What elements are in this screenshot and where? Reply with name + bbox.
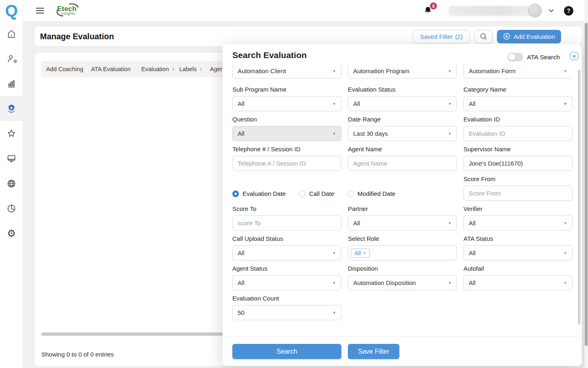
field-score-from: Score From [463, 175, 572, 201]
field-telephone-session-id: Telephone # / Session ID [232, 146, 341, 171]
search-icon [479, 32, 488, 40]
select-role-multiselect[interactable]: All × [348, 245, 457, 260]
field-category-name: Category Name All ▼ [463, 86, 572, 111]
date-range-select[interactable]: Last 30 days ▼ [348, 126, 457, 141]
radio-evaluation-date[interactable]: Evaluation Date [232, 190, 286, 197]
field-call-upload-status: Call Upload Status All ▼ [232, 235, 341, 260]
ata-status-select[interactable]: All ▼ [463, 245, 572, 260]
sidebar: Q ⚙ [0, 0, 23, 368]
home-icon [7, 29, 16, 39]
q-logo-icon: Q [5, 2, 18, 19]
sidebar-item-evaluations[interactable] [0, 96, 23, 121]
search-button[interactable] [474, 30, 492, 43]
evaluation-id-input[interactable] [463, 126, 572, 141]
user-menu-button[interactable] [548, 7, 555, 14]
add-evaluation-button[interactable]: Add Evaluation [497, 30, 561, 43]
verifier-select[interactable]: All ▼ [463, 215, 572, 231]
sidebar-item-analytics[interactable] [0, 196, 23, 221]
add-evaluation-label: Add Evaluation [514, 33, 555, 40]
score-to-input[interactable] [232, 215, 341, 231]
chevron-down-icon: ▼ [448, 221, 452, 225]
chevron-down-icon: ▼ [564, 221, 567, 225]
modal-scrollbar[interactable] [578, 70, 581, 325]
page-scrollbar-thumb[interactable] [585, 23, 588, 346]
partner-select[interactable]: All ▼ [348, 215, 457, 231]
avatar[interactable] [528, 4, 542, 18]
chevron-down-icon: ▼ [564, 69, 567, 73]
automation-client-select[interactable]: Automation Client ▼ [232, 65, 341, 79]
sidebar-item-favorites[interactable] [0, 121, 23, 146]
notifications-button[interactable]: 0 [423, 5, 434, 16]
search-evaluation-modal: Search Evaluation ATA Search × Automatio… [223, 44, 582, 366]
user-name-redacted[interactable] [449, 6, 537, 16]
modal-footer: Search Save Filter [223, 337, 582, 366]
chevron-down-icon: ▼ [332, 311, 336, 315]
sidebar-item-desktop[interactable] [0, 146, 23, 171]
agent-status-select[interactable]: All ▼ [232, 275, 341, 290]
sort-icon[interactable]: ▲▼ [200, 67, 203, 71]
notification-count-badge: 0 [430, 2, 437, 9]
toggle-knob [508, 54, 515, 61]
chevron-down-icon [548, 7, 555, 14]
save-filter-button[interactable]: Save Filter [348, 344, 399, 359]
radio-modified-date[interactable]: Modified Date [347, 190, 396, 197]
chevron-down-icon: ▼ [564, 251, 567, 255]
score-from-input[interactable] [463, 186, 572, 201]
sub-program-select[interactable]: All ▼ [232, 96, 341, 111]
sidebar-item-global[interactable] [0, 171, 23, 196]
column-evaluation[interactable]: Evaluation ▲▼ [136, 66, 174, 72]
radio-call-date[interactable]: Call Date [299, 190, 334, 197]
saved-filter-button[interactable]: Saved Filter (2) [413, 30, 470, 43]
page-scrollbar [584, 0, 588, 368]
field-question: Question All ▼ [232, 116, 341, 141]
field-evaluation-id: Evaluation ID [463, 116, 572, 141]
field-score-to: Score To [232, 205, 341, 231]
ata-search-control: ATA Search [508, 53, 560, 61]
disposition-select[interactable]: Automation Disposition ▼ [348, 275, 457, 290]
sidebar-item-users[interactable]: ⚙ [0, 46, 23, 71]
etech-insights-logo: Etech Insights [55, 2, 81, 19]
ata-search-label: ATA Search [527, 54, 560, 61]
call-upload-status-select[interactable]: All ▼ [232, 245, 341, 260]
supervisor-name-input[interactable] [463, 156, 572, 171]
modal-search-button[interactable]: Search [232, 344, 341, 359]
close-button[interactable]: × [570, 52, 578, 60]
automation-program-select[interactable]: Automation Program ▼ [348, 65, 457, 79]
evaluation-count-select[interactable]: 50 ▼ [232, 305, 341, 320]
autofail-select[interactable]: All ▼ [463, 275, 572, 290]
saved-filter-count: (2) [455, 33, 463, 40]
globe-icon [7, 179, 16, 188]
telephone-session-id-input[interactable] [232, 156, 341, 171]
page-title: Manage Evaluation [40, 32, 114, 41]
app-root: Q ⚙ [0, 0, 588, 368]
sidebar-item-home[interactable] [0, 21, 23, 46]
sidebar-item-reports[interactable] [0, 71, 23, 96]
field-autofail: Autofail All ▼ [463, 265, 572, 290]
field-verifier: Verifier All ▼ [463, 205, 572, 231]
ata-search-toggle[interactable] [508, 53, 523, 61]
agent-name-input[interactable] [348, 156, 457, 171]
help-button[interactable]: ? [564, 6, 573, 16]
app-logo[interactable]: Q [0, 0, 23, 21]
logo-text-insights: Insights [61, 11, 75, 16]
hamburger-menu-button[interactable] [36, 8, 44, 13]
chip-remove-icon[interactable]: × [363, 250, 366, 256]
bar-chart-icon [7, 79, 16, 89]
chevron-down-icon: ▼ [564, 102, 567, 106]
modal-header: Search Evaluation ATA Search × [223, 44, 582, 65]
field-agent-name: Agent Name [348, 146, 457, 171]
automation-form-select[interactable]: Automation Form ▼ [463, 65, 572, 79]
sidebar-item-settings[interactable]: ⚙ [0, 221, 23, 246]
radio-unselected-icon [299, 191, 305, 197]
field-agent-status: Agent Status All ▼ [232, 265, 341, 290]
column-labels[interactable]: Labels ▲▼ [174, 66, 205, 72]
form-row-automation: Automation Client ▼ Automation Program ▼… [232, 65, 572, 79]
chevron-down-icon: ▼ [332, 251, 336, 255]
category-name-select[interactable]: All ▼ [463, 96, 572, 111]
chevron-down-icon: ▼ [448, 102, 452, 106]
evaluation-status-select[interactable]: All ▼ [348, 96, 457, 111]
settings-icon: ⚙ [7, 229, 16, 238]
header-right-cluster: 0 ? [423, 0, 573, 21]
field-date-range: Date Range Last 30 days ▼ [348, 116, 457, 141]
role-chip[interactable]: All × [351, 249, 370, 258]
